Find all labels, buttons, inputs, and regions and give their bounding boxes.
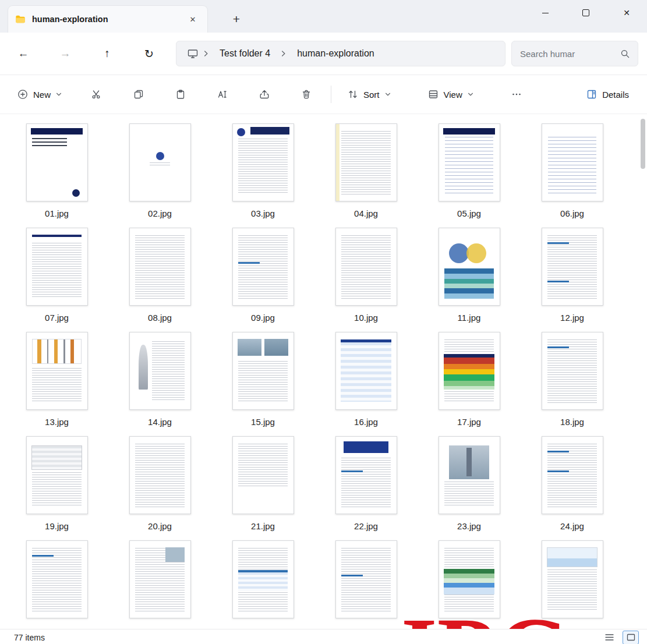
search-input[interactable] (519, 48, 620, 59)
file-item[interactable]: 24.jpg (521, 436, 624, 540)
file-item[interactable]: 13.jpg (5, 332, 108, 436)
maximize-button[interactable] (565, 0, 606, 26)
file-thumbnail[interactable] (335, 540, 397, 618)
file-item[interactable]: 03.jpg (211, 123, 314, 228)
view-button[interactable]: View (421, 83, 480, 106)
file-thumbnail[interactable] (542, 228, 603, 306)
file-name: 12.jpg (560, 313, 584, 323)
file-thumbnail[interactable] (232, 228, 294, 306)
file-item[interactable] (5, 540, 108, 629)
paste-button[interactable] (168, 83, 193, 106)
file-item[interactable]: 04.jpg (314, 123, 418, 228)
file-item[interactable]: 20.jpg (108, 436, 211, 540)
file-name: 24.jpg (560, 521, 584, 532)
share-button[interactable] (252, 83, 277, 106)
file-thumbnail[interactable] (232, 332, 294, 410)
file-item[interactable]: 09.jpg (211, 228, 314, 332)
file-item[interactable]: 16.jpg (314, 332, 418, 436)
file-thumbnail[interactable] (335, 123, 397, 201)
file-thumbnail[interactable] (439, 228, 500, 306)
file-thumbnail[interactable] (439, 123, 500, 201)
file-name: 18.jpg (560, 417, 584, 427)
file-thumbnail[interactable] (129, 123, 191, 201)
minimize-button[interactable] (525, 0, 565, 26)
forward-button[interactable]: → (54, 42, 77, 65)
file-name: 06.jpg (560, 208, 584, 219)
maximize-icon (582, 9, 589, 16)
delete-button[interactable] (294, 83, 319, 106)
file-thumbnail[interactable] (439, 540, 500, 618)
file-thumbnail[interactable] (26, 123, 88, 201)
details-button[interactable]: Details (579, 83, 635, 106)
address-bar[interactable]: Test folder 4 human-exploration (176, 41, 505, 66)
rename-button[interactable] (210, 83, 235, 106)
file-thumbnail[interactable] (26, 332, 88, 410)
file-item[interactable]: 17.jpg (418, 332, 521, 436)
search-icon[interactable] (620, 48, 631, 59)
file-thumbnail[interactable] (26, 436, 88, 514)
new-tab-button[interactable]: + (228, 11, 245, 27)
close-button[interactable]: ✕ (606, 0, 647, 26)
breadcrumb-human-exploration[interactable]: human-exploration (291, 45, 380, 62)
large-thumbnails-view-toggle[interactable] (623, 631, 639, 644)
file-thumbnail[interactable] (129, 436, 191, 514)
file-thumbnail[interactable] (542, 540, 603, 618)
file-item[interactable]: 19.jpg (5, 436, 108, 540)
file-thumbnail[interactable] (26, 540, 88, 618)
tab-close-icon[interactable]: ✕ (185, 12, 200, 27)
file-item[interactable] (418, 540, 521, 629)
search-box[interactable] (511, 41, 638, 66)
file-thumbnail[interactable] (129, 228, 191, 306)
file-item[interactable]: 22.jpg (314, 436, 418, 540)
file-item[interactable]: 10.jpg (314, 228, 418, 332)
breadcrumb-test-folder-4[interactable]: Test folder 4 (214, 45, 276, 62)
details-view-icon[interactable] (604, 633, 614, 642)
file-item[interactable]: 02.jpg (108, 123, 211, 228)
file-thumbnail[interactable] (439, 436, 500, 514)
back-button[interactable]: ← (12, 42, 35, 65)
file-thumbnail[interactable] (232, 540, 294, 618)
file-item[interactable] (211, 540, 314, 629)
new-button[interactable]: New (9, 83, 70, 106)
thumb-art-bh2 (341, 575, 363, 576)
refresh-button[interactable]: ↻ (137, 42, 161, 65)
explorer-tab[interactable]: human-exploration ✕ (8, 5, 208, 33)
file-thumbnail[interactable] (129, 332, 191, 410)
file-thumbnail[interactable] (232, 436, 294, 514)
up-button[interactable]: ↑ (96, 42, 119, 65)
cut-button[interactable] (84, 83, 109, 106)
file-item[interactable]: 18.jpg (521, 332, 624, 436)
file-item[interactable]: 21.jpg (211, 436, 314, 540)
scrollbar-thumb[interactable] (641, 119, 645, 169)
file-item[interactable]: 05.jpg (418, 123, 521, 228)
copy-button[interactable] (126, 83, 151, 106)
file-item[interactable]: 12.jpg (521, 228, 624, 332)
file-thumbnail[interactable] (542, 332, 603, 410)
file-item[interactable]: 08.jpg (108, 228, 211, 332)
file-thumbnail[interactable] (232, 123, 294, 201)
file-item[interactable]: 23.jpg (418, 436, 521, 540)
file-item[interactable] (108, 540, 211, 629)
file-thumbnail[interactable] (335, 228, 397, 306)
thumb-art-t1 (135, 444, 185, 508)
file-thumbnail[interactable] (129, 540, 191, 618)
more-options-button[interactable] (504, 83, 529, 106)
sort-button[interactable]: Sort (341, 83, 398, 106)
file-item[interactable] (314, 540, 418, 629)
file-name: 22.jpg (354, 521, 378, 532)
file-item[interactable] (521, 540, 624, 629)
file-thumbnail[interactable] (26, 228, 88, 306)
file-item[interactable]: 06.jpg (521, 123, 624, 228)
file-thumbnail[interactable] (335, 436, 397, 514)
file-item[interactable]: 15.jpg (211, 332, 314, 436)
file-item[interactable]: 14.jpg (108, 332, 211, 436)
this-pc-icon[interactable] (187, 48, 199, 59)
file-thumbnail[interactable] (439, 332, 500, 410)
file-thumbnail[interactable] (542, 123, 603, 201)
file-thumbnail[interactable] (542, 436, 603, 514)
thumb-art-tTop (444, 339, 494, 352)
file-thumbnail[interactable] (335, 332, 397, 410)
file-item[interactable]: 11.jpg (418, 228, 521, 332)
file-item[interactable]: 07.jpg (5, 228, 108, 332)
file-item[interactable]: 01.jpg (5, 123, 108, 228)
